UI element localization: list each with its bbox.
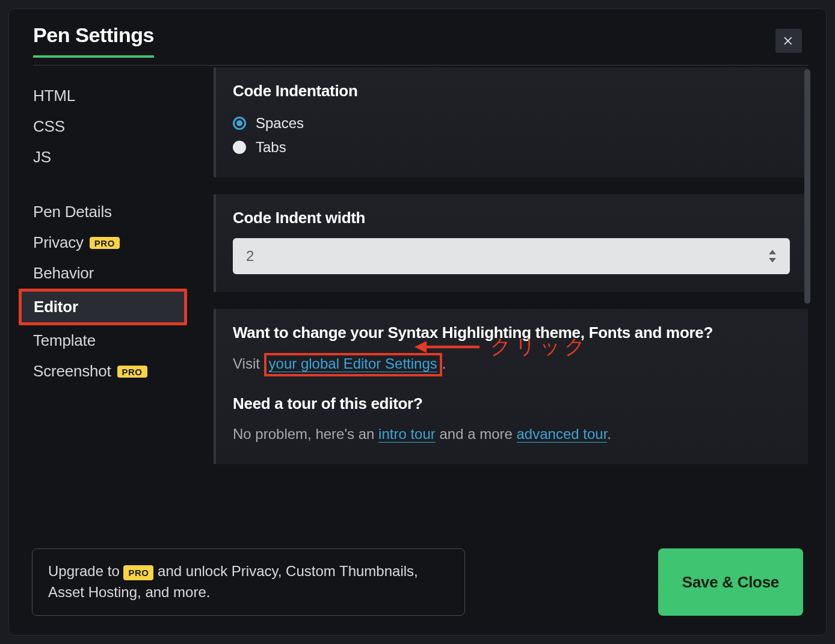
nav-label: Behavior	[33, 264, 94, 283]
radio-label: Tabs	[256, 139, 286, 156]
radio-tabs[interactable]: Tabs	[233, 135, 790, 159]
modal-body: HTML CSS JS Pen Details Privacy PRO Beha…	[9, 63, 826, 532]
text: Upgrade to	[48, 563, 123, 579]
nav-behavior[interactable]: Behavior	[33, 258, 189, 289]
nav-screenshot[interactable]: Screenshot PRO	[33, 356, 189, 387]
nav-editor[interactable]: Editor	[19, 289, 187, 325]
nav-label: Screenshot	[33, 362, 111, 381]
modal-footer: Upgrade to PRO and unlock Privacy, Custo…	[9, 532, 826, 635]
nav-privacy[interactable]: Privacy PRO	[33, 227, 189, 258]
scrollbar[interactable]	[804, 69, 810, 304]
pro-badge: PRO	[117, 366, 147, 378]
chevron-up-down-icon	[767, 249, 778, 263]
text: .	[607, 426, 611, 442]
save-close-button[interactable]: Save & Close	[658, 548, 803, 616]
settings-sidebar: HTML CSS JS Pen Details Privacy PRO Beha…	[33, 63, 189, 532]
text: Visit	[233, 355, 264, 372]
pro-badge: PRO	[123, 565, 153, 580]
settings-modal: Pen Settings HTML CSS JS Pen Details Pri…	[8, 8, 827, 636]
panel-heading: Code Indentation	[233, 82, 790, 100]
header-divider	[33, 65, 808, 66]
nav-pen-details[interactable]: Pen Details	[33, 197, 189, 227]
close-button[interactable]	[775, 29, 802, 53]
nav-html[interactable]: HTML	[33, 81, 189, 111]
indent-width-select-wrap: 2	[233, 238, 790, 274]
nav-label: Editor	[34, 298, 78, 316]
radio-spaces[interactable]: Spaces	[233, 111, 790, 135]
nav-label: Pen Details	[33, 203, 112, 221]
select-value: 2	[246, 248, 254, 265]
annotation-arrow: クリック	[414, 333, 589, 361]
annotation-text: クリック	[490, 333, 589, 361]
nav-css[interactable]: CSS	[33, 111, 189, 142]
text: No problem, here's an	[233, 426, 378, 442]
panel-code-indentation: Code Indentation Spaces Tabs	[214, 67, 808, 177]
radio-icon	[233, 117, 246, 130]
settings-content: Code Indentation Spaces Tabs Code Indent…	[189, 63, 808, 532]
radio-icon	[233, 141, 246, 154]
modal-header: Pen Settings	[9, 9, 826, 63]
intro-tour-link[interactable]: intro tour	[378, 426, 436, 443]
arrow-left-icon	[414, 338, 481, 356]
tour-line: No problem, here's an intro tour and a m…	[233, 424, 790, 444]
nav-group-code: HTML CSS JS	[33, 81, 189, 173]
panel-heading: Need a tour of this editor?	[233, 394, 790, 413]
advanced-tour-link[interactable]: advanced tour	[517, 426, 608, 443]
nav-label: Privacy	[33, 233, 84, 252]
modal-title: Pen Settings	[33, 23, 154, 58]
indent-width-select[interactable]: 2	[233, 238, 790, 274]
close-icon	[783, 35, 795, 47]
button-label: Save & Close	[682, 573, 779, 592]
panel-more-settings: Want to change your Syntax Highlighting …	[214, 309, 808, 464]
panel-indent-width: Code Indent width 2	[214, 194, 808, 292]
nav-group-meta: Pen Details Privacy PRO Behavior Editor …	[33, 197, 189, 387]
svg-marker-1	[414, 341, 427, 353]
text: and a more	[436, 426, 517, 442]
nav-js[interactable]: JS	[33, 142, 189, 173]
global-editor-settings-link[interactable]: your global Editor Settings	[269, 355, 437, 372]
radio-label: Spaces	[256, 115, 304, 132]
nav-label: Template	[33, 331, 96, 350]
panel-heading: Code Indent width	[233, 209, 790, 227]
upgrade-callout[interactable]: Upgrade to PRO and unlock Privacy, Custo…	[32, 548, 465, 616]
pro-badge: PRO	[90, 237, 120, 249]
nav-template[interactable]: Template	[33, 325, 189, 356]
